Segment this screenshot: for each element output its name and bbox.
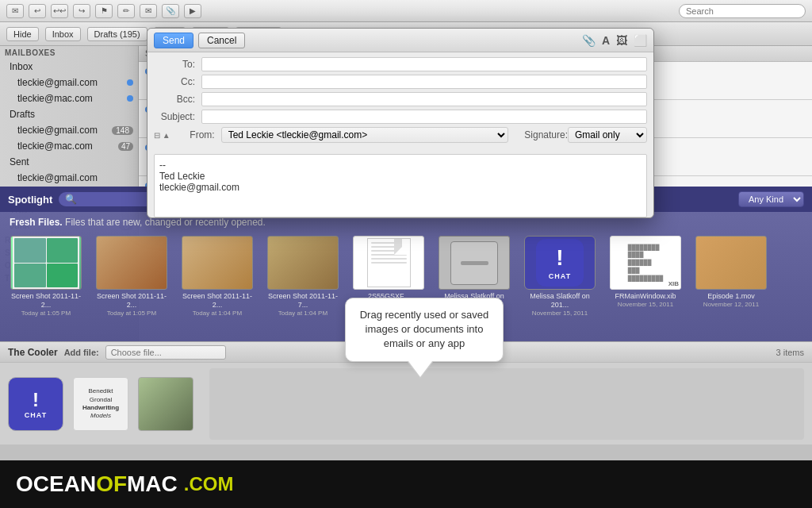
doc-line-1 xyxy=(371,242,407,244)
sidebar-inbox-gmail[interactable]: tleckie@gmail.com xyxy=(0,75,138,90)
from-label: From: xyxy=(174,129,221,140)
from-row: ⊟ ▲ From: Ted Leckie <tleckie@gmail.com>… xyxy=(154,127,647,143)
toolbar-btn-new[interactable]: ✉ xyxy=(6,4,24,18)
chat-exclaim-cooler: ! xyxy=(33,389,39,411)
inbox-gmail-dot xyxy=(127,79,133,86)
toolbar-btn-reply-all[interactable]: ↩↩ xyxy=(51,4,68,18)
sidebar-sent[interactable]: Sent xyxy=(0,154,138,170)
drafts-gmail-count: 148 xyxy=(112,126,133,135)
disk-body xyxy=(450,241,498,285)
paperclip-icon[interactable]: 📎 xyxy=(582,34,596,47)
file-name-2: Screen Shot 2011-11-2... xyxy=(92,292,171,310)
file-name-1: Screen Shot 2011-11-2... xyxy=(6,292,86,310)
toolbar-btn-mail[interactable]: ✉ xyxy=(140,4,157,18)
body-line1: -- xyxy=(159,160,642,171)
toolbar-btn-flag[interactable]: ⚑ xyxy=(95,4,113,18)
sidebar-drafts-mac[interactable]: tleckie@mac.com 47 xyxy=(0,138,138,154)
compose-titlebar: Send Cancel 📎 A 🖼 ⬜ xyxy=(147,29,653,52)
fresh-files-strong: Fresh Files. xyxy=(10,217,63,228)
toolbar-btn-forward[interactable]: ↪ xyxy=(73,4,90,18)
tooltip-text: Drag recently used or saved images or do… xyxy=(360,309,489,349)
bcc-row: Bcc: xyxy=(154,92,647,106)
to-input[interactable] xyxy=(201,57,647,71)
screenshot-thumb-1 xyxy=(13,237,79,289)
send-button[interactable]: Send xyxy=(154,33,193,48)
file-item-1[interactable]: Screen Shot 2011-11-2... Today at 1:05 P… xyxy=(6,236,86,317)
bcc-label: Bcc: xyxy=(154,94,201,105)
drafts-mac-label: tleckie@mac.com xyxy=(17,140,93,152)
from-select[interactable]: Ted Leckie <tleckie@gmail.com> xyxy=(221,127,509,143)
cooler-item-book[interactable]: Benedikt GrondalHandwritingModels xyxy=(73,377,128,431)
browser-icon[interactable]: ⬜ xyxy=(634,34,647,47)
disk-slot xyxy=(461,261,488,265)
tooltip-callout: Drag recently used or saved images or do… xyxy=(345,298,504,362)
cooler-thumb-room xyxy=(138,377,193,431)
to-label: To: xyxy=(154,59,201,70)
mailboxes-section: MAILBOXES xyxy=(0,46,138,59)
compose-body[interactable]: -- Ted Leckie tleckie@gmail.com xyxy=(154,154,647,217)
body-line2: Ted Leckie xyxy=(159,171,642,182)
cooler-item-chat[interactable]: ! CHAT xyxy=(8,377,63,431)
file-thumb-2 xyxy=(96,236,167,290)
file-name-9: Episode 1.mov xyxy=(707,292,755,301)
toolbar-btn-right[interactable]: ▶ xyxy=(184,4,201,18)
toolbar-btn-reply[interactable]: ↩ xyxy=(29,4,46,18)
spotlight-kind-select[interactable]: Any Kind xyxy=(738,191,804,207)
sidebar-drafts-gmail[interactable]: tleckie@gmail.com 148 xyxy=(0,122,138,138)
cooler-items: ! CHAT Benedikt GrondalHandwritingModels xyxy=(0,363,812,445)
photo-icon[interactable]: 🖼 xyxy=(616,34,627,47)
file-item-3[interactable]: Screen Shot 2011-11-2... Today at 1:04 P… xyxy=(178,236,257,317)
file-thumb-7: ! CHAT xyxy=(524,236,596,290)
inbox-gmail-label: tleckie@gmail.com xyxy=(17,77,98,88)
chat-icon-img: ! CHAT xyxy=(536,239,584,287)
file-item-2[interactable]: Screen Shot 2011-11-2... Today at 1:05 P… xyxy=(92,236,171,317)
sidebar-inbox[interactable]: Inbox xyxy=(0,59,138,75)
cooler-extended-area xyxy=(209,368,804,440)
sidebar-drafts[interactable]: Drafts xyxy=(0,106,138,122)
bcc-input[interactable] xyxy=(201,92,647,106)
inbox-button[interactable]: Inbox xyxy=(45,27,81,41)
cooler-add-label: Add file: xyxy=(64,348,99,357)
font-icon[interactable]: A xyxy=(602,34,610,47)
compose-window: Send Cancel 📎 A 🖼 ⬜ To: Cc: Bcc: Subject… xyxy=(147,28,654,218)
body-line3: tleckie@gmail.com xyxy=(159,182,642,193)
cancel-button[interactable]: Cancel xyxy=(198,33,245,48)
book-text: Benedikt GrondalHandwritingModels xyxy=(77,387,124,421)
file-item-8[interactable]: ██████████████████████████████ XIB FRMai… xyxy=(606,236,685,317)
cell-1 xyxy=(14,238,46,263)
watermark-ocean: OCEAN xyxy=(16,471,96,497)
file-item-9[interactable]: Episode 1.mov November 12, 2011 xyxy=(691,236,771,317)
file-date-1: Today at 1:05 PM xyxy=(21,310,71,317)
toolbar-btn-compose[interactable]: ✏ xyxy=(117,4,135,18)
file-thumb-6 xyxy=(439,236,510,290)
watermark: OCEAN OF MAC .COM xyxy=(0,460,812,508)
sent-gmail-label: tleckie@gmail.com xyxy=(17,172,98,183)
search-input[interactable] xyxy=(679,4,806,18)
doc-line-2 xyxy=(371,246,407,248)
file-thumb-5 xyxy=(353,236,424,290)
cooler-thumb-book: Benedikt GrondalHandwritingModels xyxy=(73,377,128,431)
chat-text: CHAT xyxy=(549,272,571,280)
signature-select[interactable]: Gmail only xyxy=(568,127,647,143)
file-item-7[interactable]: ! CHAT Melissa Slatkoff on 201... Novemb… xyxy=(520,236,599,317)
cooler-item-room[interactable] xyxy=(138,377,193,431)
cell-4 xyxy=(47,264,79,288)
sidebar-sent-gmail[interactable]: tleckie@gmail.com xyxy=(0,170,138,186)
cooler-file-input[interactable] xyxy=(105,345,226,360)
drafts-gmail-label: tleckie@gmail.com xyxy=(17,125,98,136)
chat-label-cooler: CHAT xyxy=(25,411,47,419)
file-date-3: Today at 1:04 PM xyxy=(193,310,242,317)
sidebar-inbox-mac[interactable]: tleckie@mac.com xyxy=(0,90,138,106)
inbox-mac-dot xyxy=(127,95,133,102)
compose-fields: To: Cc: Bcc: Subject: ⊟ ▲ From: Ted Leck… xyxy=(147,52,653,151)
file-thumb-1 xyxy=(10,236,82,290)
subject-input[interactable] xyxy=(201,110,647,124)
xib-lines: ██████████████████████████████ xyxy=(628,244,664,283)
drafts-button[interactable]: Drafts (195) xyxy=(87,27,147,41)
toolbar-btn-attach[interactable]: 📎 xyxy=(162,4,179,18)
from-controls: ⊟ ▲ xyxy=(154,131,170,140)
file-item-4[interactable]: Screen Shot 2011-11-7... Today at 1:04 P… xyxy=(263,236,343,317)
cc-input[interactable] xyxy=(201,75,647,89)
hide-button[interactable]: Hide xyxy=(6,27,39,41)
file-thumb-4 xyxy=(267,236,339,290)
